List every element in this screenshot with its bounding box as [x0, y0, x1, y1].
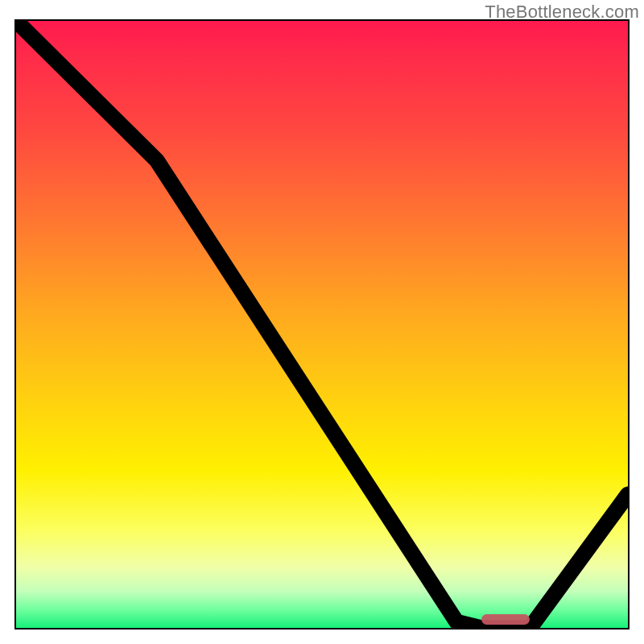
curve-path [16, 21, 628, 628]
chart-container: TheBottleneck.com [0, 0, 644, 644]
bottleneck-curve [16, 21, 628, 628]
plot-area [14, 19, 630, 630]
target-zone-marker [481, 614, 530, 625]
